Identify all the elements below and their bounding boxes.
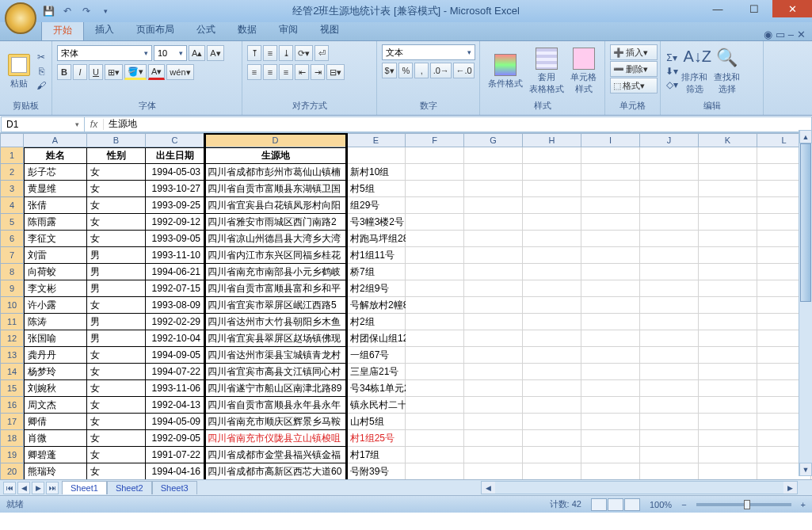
row-header-18[interactable]: 18 bbox=[0, 430, 24, 447]
cell[interactable]: 女 bbox=[87, 397, 146, 414]
cell[interactable] bbox=[581, 181, 640, 197]
underline-icon[interactable]: U bbox=[89, 64, 103, 80]
ribbon-tab-1[interactable]: 插入 bbox=[84, 20, 125, 40]
sheet-tab-Sheet2[interactable]: Sheet2 bbox=[107, 481, 152, 494]
font-color-icon[interactable]: A▾ bbox=[148, 64, 165, 80]
cell[interactable] bbox=[464, 181, 523, 197]
cell[interactable] bbox=[581, 280, 640, 297]
ribbon-minimize-icon[interactable]: ▭ bbox=[776, 29, 785, 40]
row-header-10[interactable]: 10 bbox=[0, 297, 24, 314]
ribbon-tab-2[interactable]: 页面布局 bbox=[125, 20, 185, 40]
horizontal-scrollbar[interactable]: ◀ ▶ bbox=[481, 481, 798, 494]
cell[interactable]: 女 bbox=[87, 380, 146, 397]
cell[interactable]: 卿碧蓬 bbox=[24, 447, 87, 463]
row-header-7[interactable]: 7 bbox=[0, 247, 24, 264]
shrink-font-icon[interactable]: A▾ bbox=[207, 45, 223, 61]
bold-icon[interactable]: B bbox=[57, 64, 71, 80]
cell[interactable] bbox=[581, 164, 640, 181]
cell[interactable] bbox=[464, 280, 523, 297]
cell[interactable] bbox=[699, 231, 757, 247]
comma-icon[interactable]: , bbox=[414, 63, 429, 78]
row-header-15[interactable]: 15 bbox=[0, 380, 24, 397]
cell[interactable] bbox=[581, 314, 640, 330]
cell[interactable]: 肖微 bbox=[24, 430, 87, 447]
cell[interactable] bbox=[699, 147, 757, 164]
cell[interactable]: 四川省南充市顺庆区辉景乡马鞍 bbox=[204, 414, 347, 430]
cell[interactable] bbox=[640, 247, 699, 264]
cell[interactable]: 刘雷 bbox=[24, 247, 87, 264]
cell[interactable]: 村团保山组12号 bbox=[347, 330, 406, 347]
merge-center-icon[interactable]: ⊟▾ bbox=[326, 64, 345, 80]
column-header-I[interactable]: I bbox=[581, 133, 640, 147]
cell[interactable]: 男 bbox=[87, 247, 146, 264]
cell[interactable]: 镇永民村二十二组34号 bbox=[347, 397, 406, 414]
cell[interactable]: 1993-09-05 bbox=[146, 231, 204, 247]
cell[interactable] bbox=[699, 463, 757, 479]
cell[interactable] bbox=[464, 447, 523, 463]
currency-icon[interactable]: $▾ bbox=[382, 63, 397, 78]
cell[interactable] bbox=[406, 214, 464, 231]
cell[interactable]: 黄显维 bbox=[24, 181, 87, 197]
zoom-in-icon[interactable]: + bbox=[801, 500, 806, 509]
align-top-icon[interactable]: ⤒ bbox=[247, 45, 261, 61]
redo-icon[interactable]: ↷ bbox=[79, 4, 93, 18]
cell[interactable] bbox=[699, 414, 757, 430]
grow-font-icon[interactable]: A▴ bbox=[189, 45, 205, 61]
cell[interactable]: 四川省内江市东兴区同福乡桂花 bbox=[204, 247, 347, 264]
cell[interactable] bbox=[523, 197, 581, 214]
cell[interactable] bbox=[581, 214, 640, 231]
scroll-left-icon[interactable]: ◀ bbox=[482, 482, 495, 494]
scroll-up-icon[interactable]: ▲ bbox=[799, 130, 812, 143]
cell[interactable]: 女 bbox=[87, 214, 146, 231]
delete-cells-button[interactable]: ➖删除▾ bbox=[610, 61, 658, 77]
cell[interactable]: 卿倩 bbox=[24, 414, 87, 430]
cell[interactable] bbox=[640, 430, 699, 447]
cell[interactable] bbox=[581, 430, 640, 447]
ribbon-tab-0[interactable]: 开始 bbox=[41, 20, 84, 40]
cell[interactable] bbox=[464, 330, 523, 347]
cell[interactable] bbox=[523, 314, 581, 330]
cell[interactable] bbox=[699, 364, 757, 380]
cell[interactable] bbox=[406, 364, 464, 380]
cell[interactable]: 出生日期 bbox=[146, 147, 204, 164]
cell[interactable]: 四川省成都市高新区西芯大道60 bbox=[204, 463, 347, 479]
cell[interactable] bbox=[581, 197, 640, 214]
increase-decimal-icon[interactable]: .0→ bbox=[430, 63, 452, 78]
cell[interactable] bbox=[699, 280, 757, 297]
cell[interactable]: 龚丹丹 bbox=[24, 347, 87, 364]
cell[interactable] bbox=[581, 463, 640, 479]
undo-icon[interactable]: ↶ bbox=[60, 4, 74, 18]
cell[interactable] bbox=[523, 247, 581, 264]
cell[interactable]: 向荷蛟 bbox=[24, 264, 87, 280]
cell[interactable]: 村2组9号 bbox=[347, 280, 406, 297]
column-header-K[interactable]: K bbox=[699, 133, 757, 147]
cell[interactable] bbox=[523, 280, 581, 297]
cell[interactable] bbox=[464, 364, 523, 380]
cell[interactable]: 周文杰 bbox=[24, 397, 87, 414]
cell[interactable] bbox=[699, 430, 757, 447]
cell[interactable] bbox=[523, 297, 581, 314]
row-header-4[interactable]: 4 bbox=[0, 197, 24, 214]
cell[interactable] bbox=[406, 280, 464, 297]
cell[interactable] bbox=[581, 330, 640, 347]
cell[interactable]: 张国喻 bbox=[24, 330, 87, 347]
cell[interactable]: 1994-09-05 bbox=[146, 347, 204, 364]
cell[interactable]: 四川省达州市大竹县朝阳乡木鱼 bbox=[204, 314, 347, 330]
cell[interactable]: 号3幢3楼2号 bbox=[347, 214, 406, 231]
cell[interactable] bbox=[464, 397, 523, 414]
cell[interactable] bbox=[640, 330, 699, 347]
office-button[interactable] bbox=[5, 2, 36, 34]
italic-icon[interactable]: I bbox=[73, 64, 87, 80]
clear-icon[interactable]: ◇▾ bbox=[665, 78, 678, 91]
cell[interactable] bbox=[640, 297, 699, 314]
cell[interactable] bbox=[406, 181, 464, 197]
align-middle-icon[interactable]: ≡ bbox=[263, 45, 277, 61]
scroll-right-icon[interactable]: ▶ bbox=[783, 482, 797, 494]
cell[interactable]: 三皇庙21号 bbox=[347, 364, 406, 380]
cell[interactable]: 张倩 bbox=[24, 197, 87, 214]
cell[interactable] bbox=[640, 397, 699, 414]
cell[interactable] bbox=[640, 164, 699, 181]
cell[interactable]: 1994-05-09 bbox=[146, 414, 204, 430]
minimize-button[interactable]: — bbox=[700, 0, 736, 17]
cell[interactable] bbox=[581, 447, 640, 463]
